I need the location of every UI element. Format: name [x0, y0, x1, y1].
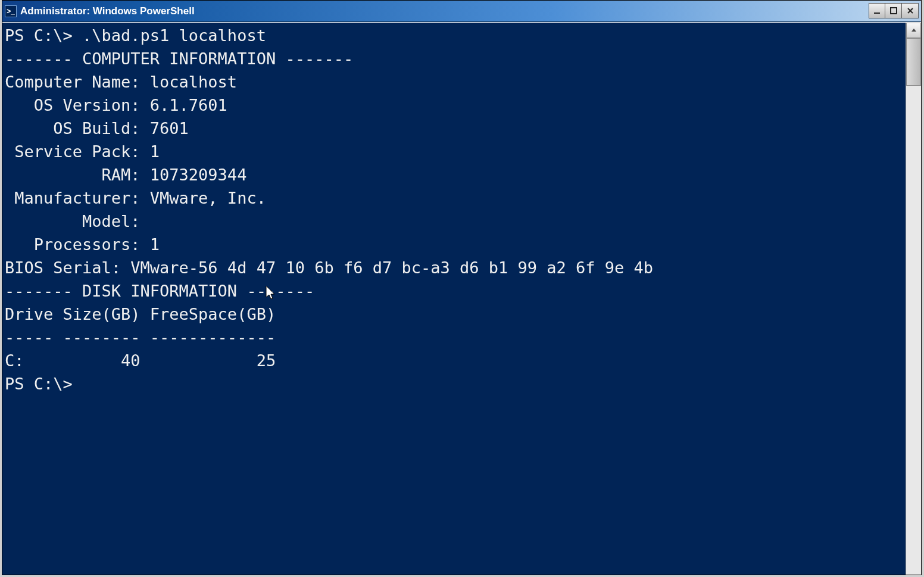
console-line: Computer Name: localhost [5, 70, 903, 93]
window-title: Administrator: Windows PowerShell [20, 5, 195, 17]
console-line: Processors: 1 [5, 233, 903, 256]
console-line: Manufacturer: VMware, Inc. [5, 186, 903, 210]
minimize-button[interactable] [869, 3, 885, 18]
scroll-up-button[interactable] [906, 23, 921, 38]
console-line: OS Version: 6.1.7601 [5, 93, 903, 117]
window-controls [869, 3, 919, 18]
scroll-thumb[interactable] [906, 38, 921, 86]
console-line: Model: [5, 210, 903, 233]
console-line: C: 40 25 [5, 349, 903, 372]
console-area[interactable]: PS C:\> .\bad.ps1 localhost ------- COMP… [2, 23, 906, 575]
console-line: OS Build: 7601 [5, 117, 903, 140]
console-line: Drive Size(GB) FreeSpace(GB) [5, 302, 903, 326]
powershell-icon: >_ [5, 5, 17, 17]
svg-rect-1 [891, 8, 897, 14]
console-line: PS C:\> .\bad.ps1 localhost [5, 24, 903, 47]
close-button[interactable] [902, 3, 919, 18]
console-line: RAM: 1073209344 [5, 163, 903, 186]
console-line: BIOS Serial: VMware-56 4d 47 10 6b f6 d7… [5, 256, 903, 279]
powershell-window: >_ Administrator: Windows PowerShell PS … [2, 0, 922, 575]
scroll-track[interactable] [906, 86, 921, 575]
console-line: ----- -------- ------------- [5, 326, 903, 349]
vertical-scrollbar[interactable] [906, 23, 921, 575]
maximize-button[interactable] [885, 3, 902, 18]
svg-rect-0 [874, 13, 880, 14]
console-line: PS C:\> [5, 372, 903, 395]
titlebar[interactable]: >_ Administrator: Windows PowerShell [2, 1, 921, 22]
console-body-wrap: PS C:\> .\bad.ps1 localhost ------- COMP… [2, 22, 921, 575]
console-line: ------- DISK INFORMATION ------- [5, 279, 903, 302]
console-line: Service Pack: 1 [5, 140, 903, 163]
console-line: ------- COMPUTER INFORMATION ------- [5, 47, 903, 70]
